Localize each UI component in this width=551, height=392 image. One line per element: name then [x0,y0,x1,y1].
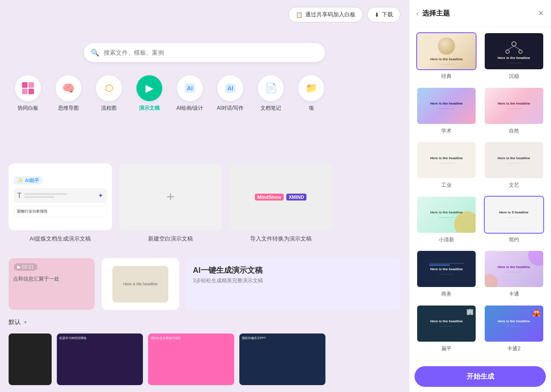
theme-cartoon-bg: Here is the headline —————— [485,251,543,287]
join-btn-label: 通过共享码加入白板 [305,11,356,19]
business-label: 商务 [441,290,452,298]
flat-label: 扁平 [441,345,452,352]
theme-item-business[interactable]: Here is the headline —————— 商务 [415,250,479,301]
ai-refine-card[interactable]: ✨ AI助手 T ✦ 宠物行业分析报告 [9,164,112,230]
thumb-card-1[interactable] [9,333,52,385]
start-generate-button[interactable]: 开始生成 [415,366,546,387]
play-icon: ▶ [17,264,21,269]
sidebar-item-project[interactable]: 📁 项 [296,75,326,112]
stable-headline: Here is the headline [498,56,530,60]
classic-label: 经典 [441,73,452,80]
sidebar-item-mindmap[interactable]: 🧠 思维导图 [53,75,84,112]
theme-thumb-industry: Here is the headline —————— [416,141,477,179]
thumb-card-3[interactable]: 我的企业业务能力报告 [148,333,234,385]
classic-circle-deco [438,37,455,55]
panel-footer: 开始生成 [409,361,551,392]
template-banner-card[interactable]: Here is the headline [102,258,179,310]
theme-item-classic[interactable]: Here is the headline —————— 经典 [415,32,479,83]
sidebar-item-flowchart[interactable]: ⬡ 流程图 [94,75,124,112]
theme-item-fresh[interactable]: Here is the headline —————— 小清新 [415,196,479,247]
simple-subline: —————— [506,216,522,219]
theme-thumb-stable: Here is the headline —————— [484,32,544,70]
download-btn-label: 下载 [382,11,393,19]
action-cards: ✨ AI助手 T ✦ 宠物行业分析报告 + [9,164,332,230]
sidebar-item-ai-draw[interactable]: AI AI绘画/设计 [175,75,205,112]
nav-icons-row: 协同白板 🧠 思维导图 ⬡ 流程图 ▶ 演示文稿 AI AI绘画/设计 [13,75,326,112]
ai-gen-banner-card[interactable]: AI一键生成演示文稿 3步轻松生成精美完整演示文稿 [186,258,400,310]
grid-icon [22,82,34,94]
panel-header: ‹ 选择主题 ✕ [409,0,551,27]
search-input[interactable] [104,49,318,56]
theme-classic-bg: Here is the headline —————— [417,33,476,69]
doc-icon: 📄 [265,83,277,94]
theme-fresh-bg: Here is the headline —————— [417,197,476,233]
download-icon: ⬇ [375,12,379,18]
theme-item-simple[interactable]: Here is 5 headline —————— 简约 [482,196,546,247]
theme-academic-bg: Here is the headline —————— [417,88,476,124]
card-labels-row: AI提炼文档生成演示文稿 新建空白演示文稿 导入文件转换为演示文稿 [9,235,336,243]
import-card[interactable]: MindShow XMIND [229,164,332,230]
download-button[interactable]: ⬇ 下载 [367,7,400,22]
chevron-left-icon[interactable]: ‹ [416,9,419,18]
theme-thumb-cartoon2: 🎪 Here is the headline —————— [484,305,544,343]
theme-item-academic[interactable]: Here is the headline —————— 学术 [415,87,479,138]
proj-icon: 📁 [306,83,317,94]
cartoon-label: 卡通 [509,290,519,298]
ai-draw-label: AI绘画/设计 [176,105,204,112]
sidebar-item-ai-talk[interactable]: AI AI对话/写作 [215,75,245,112]
fresh-headline: Here is the headline [430,210,463,214]
flowchart-icon-circle: ⬡ [96,75,122,101]
theme-flat-bg: 🏢 Here is the headline —————— [417,306,476,342]
thumb-card-2[interactable]: 机器学习种经经网络 [57,333,143,385]
ai-draw-icon: AI [185,83,195,93]
flat-subline: —————— [439,325,454,327]
close-icon[interactable]: ✕ [538,9,544,18]
fresh-label: 小清新 [439,236,454,244]
thumb-card-4[interactable]: 预防诈骗音示PPT [239,333,325,385]
ai-gen-title: AI一键生成演示文稿 [193,265,393,275]
sidebar-item-docs[interactable]: 📄 文档笔记 [256,75,286,112]
sidebar-item-presentation[interactable]: ▶ 演示文稿 [134,75,164,112]
default-section: 默认 ▾ [9,318,27,326]
svg-point-2 [519,50,522,53]
theme-item-nature[interactable]: Here is the headline —————— 自然 [482,87,546,138]
stable-subline: —————— [506,62,522,64]
theme-item-art[interactable]: Here is the headline —————— 文艺 [482,141,546,192]
thumb-4-label: 预防诈骗音示PPT [239,333,325,343]
chevron-down-icon[interactable]: ▾ [24,319,27,325]
industry-subline: —————— [439,162,454,164]
business-subline: —————— [439,273,454,275]
theme-item-stable[interactable]: Here is the headline —————— 沉稳 [482,32,546,83]
docs-label: 文档笔记 [260,105,281,112]
mindshow-badge: MindShow [255,194,284,201]
theme-panel: ‹ 选择主题 ✕ Here is the headline —————— 经典 [409,0,551,392]
theme-thumb-classic: Here is the headline —————— [416,32,477,70]
theme-item-cartoon[interactable]: Here is the headline —————— 卡通 [482,250,546,301]
time-badge: ▶ 02:21 [14,263,37,271]
join-whiteboard-button[interactable]: 📋 通过共享码加入白板 [288,7,363,22]
docs-icon-circle: 📄 [258,75,284,101]
theme-item-industry[interactable]: Here is the headline —————— 工业 [415,141,479,192]
art-label: 文艺 [509,182,519,189]
new-blank-card[interactable]: + [119,164,222,230]
theme-item-cartoon2[interactable]: 🎪 Here is the headline —————— 卡通2 [482,305,546,356]
import-icons-row: MindShow XMIND [255,194,306,201]
business-lines-container [421,263,472,265]
flat-headline: Here is the headline [430,319,463,323]
presentation-label: 演示文稿 [139,105,160,112]
svg-point-0 [512,42,516,46]
theme-item-flat[interactable]: 🏢 Here is the headline —————— 扁平 [415,305,479,356]
sidebar-item-whiteboard[interactable]: 协同白板 [13,75,43,112]
cartoon2-subline: —————— [506,325,522,327]
academic-label: 学术 [441,127,452,135]
fresh-circle-deco [454,211,477,234]
theme-thumb-simple: Here is 5 headline —————— [484,196,544,234]
theme-thumb-nature: Here is the headline —————— [484,87,544,125]
video-banner-card[interactable]: ▶ 02:21 点和信息汇聚于一处 [9,258,95,310]
ai-star-icon: ✨ [17,178,23,183]
video-banner-label: 点和信息汇聚于一处 [13,275,90,283]
theme-business-bg: Here is the headline —————— [417,251,476,287]
import-label: 导入文件转换为演示文稿 [229,235,332,243]
bottom-banners: ▶ 02:21 点和信息汇聚于一处 Here is the headline A… [0,258,409,310]
node-svg [503,39,525,56]
